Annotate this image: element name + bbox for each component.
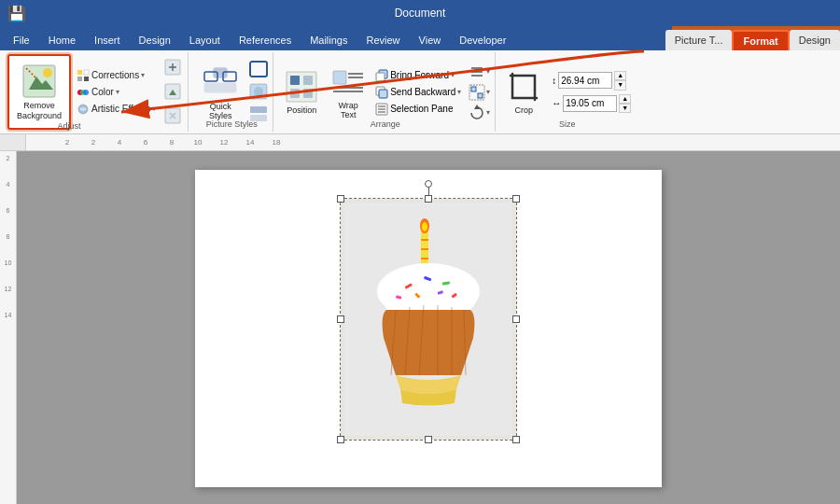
tab-file[interactable]: File [4,30,39,50]
svg-rect-36 [376,73,385,81]
handle-mid-right[interactable] [512,315,520,323]
vertical-ruler: 2 4 6 8 10 12 14 [0,151,17,504]
color-button[interactable]: 0.7 Color ▾ [74,85,159,100]
arrange-group-label: Arrange [275,119,495,129]
svg-rect-5 [77,70,82,75]
width-up[interactable]: ▲ [619,94,631,104]
document-area [17,151,840,504]
tab-format[interactable]: Format [732,30,789,50]
remove-background-button[interactable]: RemoveBackground [7,54,71,130]
width-down[interactable]: ▼ [619,104,631,113]
quick-styles-icon [203,64,238,100]
height-down[interactable]: ▼ [614,80,626,90]
group-arrow: ▾ [486,88,490,96]
selected-image[interactable] [340,198,517,441]
handle-top-left[interactable] [337,195,344,203]
handle-top-mid[interactable] [425,195,432,203]
crop-icon [507,70,540,104]
svg-rect-29 [303,89,313,98]
width-input[interactable] [563,95,617,112]
handle-bottom-mid[interactable] [425,436,432,443]
svg-rect-38 [379,90,387,98]
picture-effects-button[interactable] [248,82,269,103]
svg-rect-48 [478,93,483,98]
handle-mid-left[interactable] [337,315,344,323]
color-arrow: ▾ [116,88,119,96]
remove-bg-icon [21,63,57,99]
compress-pictures-button[interactable] [163,58,182,78]
tab-insert[interactable]: Insert [85,30,130,50]
crop-button[interactable]: Crop [501,54,546,130]
svg-point-22 [254,87,263,96]
selection-pane-button[interactable]: Selection Pane [372,102,466,117]
arrange-buttons-col: Bring Forward ▾ Send Backward ▾ Selectio… [372,54,466,130]
handle-bottom-right[interactable] [512,436,520,443]
tab-mailings[interactable]: Mailings [301,30,357,50]
height-spinner: ▲ ▼ [614,71,626,91]
rotate-handle[interactable] [425,180,432,188]
corrections-arrow: ▾ [141,71,145,79]
tab-developer[interactable]: Developer [450,30,515,50]
corrections-label: Corrections [91,70,139,80]
size-group-label: Size [497,119,637,129]
bring-forward-arrow: ▾ [451,71,455,79]
svg-rect-28 [290,89,300,98]
bring-forward-button[interactable]: Bring Forward ▾ [372,68,466,83]
svg-rect-17 [214,68,227,77]
adjust-sub-group: Corrections ▾ 0.7 Color ▾ Artistic Effec… [74,54,159,130]
send-backward-arrow: ▾ [457,88,461,96]
document-title: Document [395,7,446,20]
picture-styles-group-label: Picture Styles [190,119,273,129]
picture-border-button[interactable] [248,60,269,80]
ruler-numbers: 2 2 4 6 8 10 12 14 18 [26,138,289,147]
size-inputs: ↕ ▲ ▼ ↔ ▲ ▼ [550,54,633,130]
wrap-text-button[interactable]: WrapText [326,54,371,130]
bring-forward-label: Bring Forward [390,70,449,80]
svg-rect-7 [77,77,82,81]
reset-picture-button[interactable] [163,106,182,127]
send-backward-label: Send Backward [390,87,455,97]
tab-references[interactable]: References [230,30,301,50]
quick-styles-label: QuickStyles [209,102,232,120]
svg-rect-20 [250,62,267,77]
rotate-arrow: ▾ [486,108,490,117]
save-icon[interactable]: 💾 [7,5,26,22]
quick-styles-button[interactable]: QuickStyles [194,54,246,130]
svg-marker-49 [474,105,480,109]
height-icon: ↕ [552,76,556,86]
change-picture-button[interactable] [163,82,182,103]
tab-view[interactable]: View [410,30,451,50]
ribbon: RemoveBackground Corrections ▾ 0.7 Color… [0,50,840,134]
position-label: Position [287,105,316,115]
handle-bottom-left[interactable] [337,436,344,443]
height-input[interactable] [558,72,612,89]
tab-header-design[interactable]: Design [790,30,840,50]
tab-picture-tools[interactable]: Picture T... [665,30,733,50]
align-button[interactable]: ▾ [468,63,491,81]
tab-layout[interactable]: Layout [180,30,230,50]
width-spinner: ▲ ▼ [619,94,631,114]
tab-home[interactable]: Home [39,30,85,50]
svg-rect-27 [303,76,313,85]
position-icon [285,70,318,104]
group-button[interactable]: ▾ [468,83,491,102]
svg-rect-23 [250,106,267,113]
tab-design[interactable]: Design [130,30,180,50]
position-button[interactable]: Position [279,54,324,130]
wrap-text-icon [331,65,365,99]
main-area: 2 4 6 8 10 12 14 [0,151,840,504]
corrections-button[interactable]: Corrections ▾ [74,68,159,83]
horizontal-ruler: 2 2 4 6 8 10 12 14 18 [0,134,840,151]
handle-top-right[interactable] [512,195,520,203]
width-input-row: ↔ ▲ ▼ [552,94,631,114]
height-up[interactable]: ▲ [614,71,626,80]
send-backward-button[interactable]: Send Backward ▾ [372,85,466,100]
svg-point-57 [422,222,427,231]
align-arrow: ▾ [486,67,490,76]
color-label: Color [91,87,114,97]
ruler-corner [0,134,26,150]
height-input-row: ↕ ▲ ▼ [552,71,631,91]
svg-rect-6 [84,70,89,75]
tab-review[interactable]: Review [357,30,410,50]
artistic-effects-button[interactable]: Artistic Effects ▾ [74,102,159,117]
